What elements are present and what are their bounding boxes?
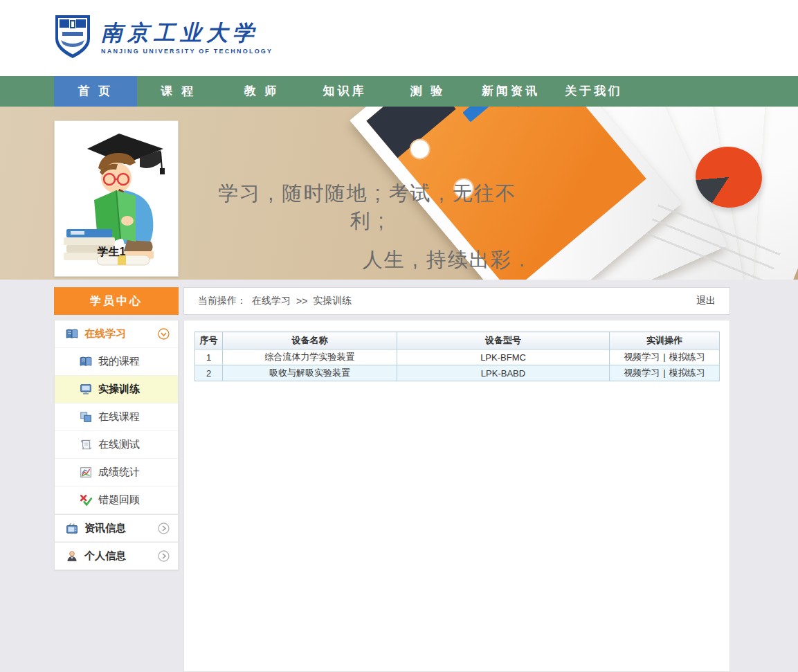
nav-item-courses[interactable]: 课 程 xyxy=(137,76,220,107)
nav-items: 首 页 课 程 教 师 知识库 测 验 新闻资讯 关于我们 xyxy=(54,76,798,107)
windows-icon xyxy=(80,411,92,423)
page: 南京工业大学 NANJING UNIVERSITY OF TECHNOLOGY … xyxy=(0,0,798,672)
table-header-row: 序号 设备名称 设备型号 实训操作 xyxy=(195,332,720,349)
logo-text: 南京工业大学 NANJING UNIVERSITY OF TECHNOLOGY xyxy=(101,21,273,54)
top-header: 南京工业大学 NANJING UNIVERSITY OF TECHNOLOGY xyxy=(0,0,798,76)
student-profile-card: 学生1 xyxy=(54,120,179,277)
sidebar-item-label: 资讯信息 xyxy=(84,522,126,535)
sidebar-item-label: 在线学习 xyxy=(84,327,126,340)
col-header-index: 序号 xyxy=(195,332,223,349)
sidebar-item-wrong-question-review[interactable]: 错题回顾 xyxy=(55,487,178,514)
chevron-right-icon[interactable] xyxy=(158,550,170,562)
ops-separator: | xyxy=(663,367,665,378)
open-book-icon xyxy=(80,356,92,367)
col-header-device-name: 设备名称 xyxy=(223,332,397,349)
main-navbar: 首 页 课 程 教 师 知识库 测 验 新闻资讯 关于我们 xyxy=(0,76,798,107)
cell-device-name: 综合流体力学实验装置 xyxy=(223,349,397,365)
sidebar-item-label: 我的课程 xyxy=(98,355,140,368)
sidebar-item-label: 错题回顾 xyxy=(98,493,140,507)
tv-icon xyxy=(66,523,78,534)
sidebar-menu: 在线学习 我的课程 xyxy=(54,320,179,570)
sidebar-item-grade-statistics[interactable]: 成绩统计 xyxy=(55,459,178,487)
nav-item-news[interactable]: 新闻资讯 xyxy=(469,76,552,107)
sidebar-item-news-info[interactable]: 资讯信息 xyxy=(55,514,178,542)
simulation-practice-link[interactable]: 模拟练习 xyxy=(669,352,705,362)
cell-training-ops: 视频学习|模拟练习 xyxy=(610,349,720,365)
nav-item-teachers[interactable]: 教 师 xyxy=(220,76,303,107)
nav-item-about[interactable]: 关于我们 xyxy=(552,76,635,107)
breadcrumb-current: 实操训练 xyxy=(313,295,352,307)
chevron-right-icon[interactable] xyxy=(158,523,170,534)
nav-item-home[interactable]: 首 页 xyxy=(54,76,137,107)
sidebar-item-label: 个人信息 xyxy=(84,550,126,563)
simulation-practice-link[interactable]: 模拟练习 xyxy=(669,367,705,378)
sidebar-item-practical-training[interactable]: 实操训练 xyxy=(55,376,178,403)
sidebar-item-label: 实操训练 xyxy=(98,383,140,396)
banner-slogan: 学习 , 随时随地 ; 考试 , 无往不利 ; 人生 , 持续出彩 . xyxy=(208,180,527,274)
review-check-icon xyxy=(80,494,92,506)
logo-en-title: NANJING UNIVERSITY OF TECHNOLOGY xyxy=(101,48,273,55)
sidebar-item-personal-info[interactable]: 个人信息 xyxy=(55,542,178,570)
sidebar-item-online-study[interactable]: 在线学习 xyxy=(55,320,178,348)
cell-device-model: LPK-BFMC xyxy=(397,349,610,365)
monitor-icon xyxy=(80,383,92,395)
devices-table: 序号 设备名称 设备型号 实训操作 1 综合流体力学实验装置 LPK-BFMC … xyxy=(194,332,720,381)
nav-item-tests[interactable]: 测 验 xyxy=(386,76,469,107)
slogan-line-1: 学习 , 随时随地 ; 考试 , 无往不利 ; xyxy=(208,180,527,235)
table-row: 2 吸收与解吸实验装置 LPK-BABD 视频学习|模拟练习 xyxy=(195,365,720,381)
breadcrumb-section[interactable]: 在线学习 xyxy=(252,295,291,307)
sidebar-item-online-courses[interactable]: 在线课程 xyxy=(55,403,178,431)
cell-index: 2 xyxy=(195,365,223,381)
open-book-icon xyxy=(66,328,78,340)
breadcrumb-label: 当前操作： xyxy=(198,295,246,307)
col-header-training-ops: 实训操作 xyxy=(610,332,720,349)
cell-training-ops: 视频学习|模拟练习 xyxy=(610,365,720,381)
sidebar-item-label: 在线课程 xyxy=(98,410,140,424)
chevron-down-icon[interactable] xyxy=(158,328,170,340)
hero-banner: 学习 , 随时随地 ; 考试 , 无往不利 ; 人生 , 持续出彩 . xyxy=(0,107,798,280)
student-name-label: 学生1 xyxy=(55,245,168,260)
member-center-header[interactable]: 学员中心 xyxy=(54,287,179,315)
person-icon xyxy=(66,550,78,562)
sidebar-item-label: 在线测试 xyxy=(98,438,140,451)
university-seal-icon xyxy=(54,14,91,62)
ops-separator: | xyxy=(663,352,665,362)
sidebar-item-label: 成绩统计 xyxy=(98,466,140,479)
sidebar-item-my-courses[interactable]: 我的课程 xyxy=(55,348,178,376)
sidebar-item-online-tests[interactable]: 在线测试 xyxy=(55,431,178,459)
cell-device-name: 吸收与解吸实验装置 xyxy=(223,365,397,381)
nav-item-knowledge[interactable]: 知识库 xyxy=(303,76,386,107)
logo-cn-title: 南京工业大学 xyxy=(101,21,273,45)
video-study-link[interactable]: 视频学习 xyxy=(624,367,660,378)
cell-device-model: LPK-BABD xyxy=(397,365,610,381)
col-header-device-model: 设备型号 xyxy=(397,332,610,349)
breadcrumb-arrows: >> xyxy=(296,296,307,307)
table-row: 1 综合流体力学实验装置 LPK-BFMC 视频学习|模拟练习 xyxy=(195,349,720,365)
logout-link[interactable]: 退出 xyxy=(696,295,716,307)
chart-icon xyxy=(80,466,92,478)
university-logo[interactable]: 南京工业大学 NANJING UNIVERSITY OF TECHNOLOGY xyxy=(54,14,273,62)
video-study-link[interactable]: 视频学习 xyxy=(624,352,660,362)
cell-index: 1 xyxy=(195,349,223,365)
scroll-icon xyxy=(80,439,92,451)
slogan-line-2: 人生 , 持续出彩 . xyxy=(208,246,527,274)
content-panel: 序号 设备名称 设备型号 实训操作 1 综合流体力学实验装置 LPK-BFMC … xyxy=(183,320,730,672)
breadcrumb-bar: 当前操作： 在线学习 >> 实操训练 退出 xyxy=(183,287,730,315)
